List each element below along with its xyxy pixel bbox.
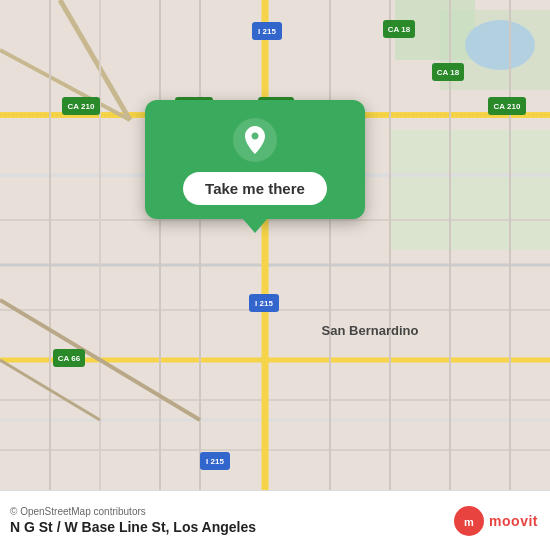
svg-text:I 215: I 215 (206, 457, 224, 466)
svg-text:San Bernardino: San Bernardino (322, 323, 419, 338)
bottom-info: © OpenStreetMap contributors N G St / W … (10, 506, 256, 535)
svg-text:I 215: I 215 (255, 299, 273, 308)
svg-text:CA 66: CA 66 (58, 354, 81, 363)
take-me-there-button[interactable]: Take me there (183, 172, 327, 205)
svg-text:CA 18: CA 18 (437, 68, 460, 77)
svg-rect-4 (390, 130, 550, 250)
svg-text:m: m (464, 516, 474, 528)
svg-point-3 (465, 20, 535, 70)
svg-text:CA 18: CA 18 (388, 25, 411, 34)
map-container: I 215 CA 18 CA 18 CA 210 CA 210 CA 210 C… (0, 0, 550, 490)
svg-text:I 215: I 215 (258, 27, 276, 36)
popup-card: Take me there (145, 100, 365, 219)
moovit-icon: m (453, 505, 485, 537)
moovit-text: moovit (489, 513, 538, 529)
location-label: N G St / W Base Line St, Los Angeles (10, 519, 256, 535)
svg-text:CA 210: CA 210 (68, 102, 95, 111)
moovit-logo: m moovit (453, 505, 538, 537)
svg-text:CA 210: CA 210 (494, 102, 521, 111)
map-svg: I 215 CA 18 CA 18 CA 210 CA 210 CA 210 C… (0, 0, 550, 490)
location-pin-icon (233, 118, 277, 162)
osm-attribution: © OpenStreetMap contributors (10, 506, 256, 517)
bottom-bar: © OpenStreetMap contributors N G St / W … (0, 490, 550, 550)
